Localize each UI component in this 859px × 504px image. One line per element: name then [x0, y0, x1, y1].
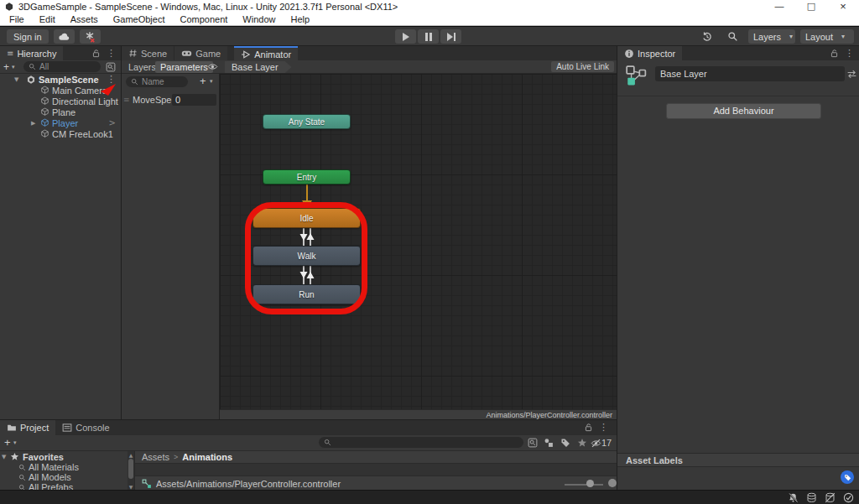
transition-arrows-walk-run[interactable] — [299, 266, 315, 284]
tab-inspector[interactable]: Inspector — [617, 46, 682, 60]
collab-button[interactable] — [80, 29, 101, 44]
kebab-menu-icon[interactable]: ⋮ — [845, 48, 854, 59]
zoom-slider-handle[interactable] — [586, 480, 594, 487]
parameters-toggle[interactable]: Parameters — [155, 61, 213, 73]
tab-console[interactable]: Console — [55, 420, 116, 435]
search-icon — [18, 474, 26, 481]
create-button[interactable]: + — [4, 436, 11, 449]
menu-item[interactable]: Edit — [32, 13, 63, 25]
auto-live-link-button[interactable]: Auto Live Link — [551, 61, 614, 72]
layers-dropdown[interactable]: Layers▾ — [748, 29, 795, 44]
pause-button[interactable] — [418, 29, 439, 44]
search-window-icon[interactable] — [528, 438, 538, 448]
state-node[interactable]: Run — [252, 284, 361, 304]
tab-animator[interactable]: Animator — [234, 46, 298, 60]
scroll-up-icon[interactable]: ▲ — [128, 452, 134, 458]
selected-asset-path: Assets/Animations/PlayerController.contr… — [156, 479, 341, 489]
lock-icon[interactable] — [584, 423, 593, 432]
state-node[interactable]: Any State — [263, 114, 351, 129]
cloud-button[interactable] — [54, 29, 75, 44]
search-button[interactable] — [722, 29, 743, 44]
search-window-icon[interactable] — [106, 62, 116, 72]
view-toggle-button[interactable] — [608, 479, 617, 487]
lock-icon[interactable] — [91, 49, 101, 58]
minimize-button[interactable]: — — [763, 0, 795, 13]
entry-transition-arrow[interactable] — [301, 183, 313, 210]
parameter-search-input[interactable]: Name — [126, 76, 188, 87]
sign-in-button[interactable]: Sign in — [7, 29, 49, 44]
project-content-pane: Assets > Animations Assets/Animations/Pl… — [134, 451, 617, 491]
hierarchy-item[interactable]: ▶ Player > — [0, 117, 122, 128]
menu-item[interactable]: File — [2, 13, 32, 25]
hierarchy-search-input[interactable]: All — [23, 61, 101, 72]
favorites-root[interactable]: ▼ Favorites — [0, 451, 128, 462]
state-node[interactable]: Walk — [252, 246, 361, 266]
asset-label-button[interactable] — [841, 470, 854, 484]
breadcrumb[interactable]: Base Layer — [225, 61, 292, 73]
remote-cache-disconnected-icon[interactable] — [825, 492, 836, 503]
tab-scene[interactable]: Scene — [122, 46, 174, 60]
transition-arrows-idle-walk[interactable] — [299, 228, 315, 246]
expander-icon[interactable]: ▼ — [14, 76, 18, 83]
parameter-row[interactable]: ≡ MoveSpe 0 — [122, 92, 220, 107]
project-favorite-item[interactable]: All Materials — [0, 462, 128, 472]
state-node-label: Entry — [297, 173, 316, 182]
tab-game[interactable]: Game — [174, 46, 227, 60]
expander-icon[interactable]: ▶ — [31, 120, 35, 127]
filter-by-label-icon[interactable] — [560, 438, 570, 448]
state-machine-canvas[interactable]: Any StateEntryIdleWalkRun — [220, 74, 617, 409]
project-favorite-item[interactable]: All Models — [0, 472, 128, 482]
project-search-input[interactable] — [319, 437, 523, 448]
drag-handle-icon[interactable]: ≡ — [123, 96, 130, 104]
project-status-row: Assets/Animations/PlayerController.contr… — [135, 475, 617, 491]
tab-project[interactable]: Project — [0, 420, 55, 435]
eye-icon[interactable] — [207, 61, 218, 72]
add-behaviour-button[interactable]: Add Behaviour — [666, 103, 821, 119]
hierarchy-item[interactable]: Plane — [0, 107, 122, 117]
hierarchy-panel: ≡ Hierarchy ⋮ + ▾ All ▼ SampleScene ⋮ Ma… — [0, 46, 122, 419]
hierarchy-item[interactable]: CM FreeLook1 — [0, 128, 122, 139]
create-button[interactable]: + — [3, 61, 9, 73]
close-button[interactable]: × — [827, 0, 859, 13]
undo-history-button[interactable] — [696, 29, 717, 44]
lock-icon[interactable] — [830, 49, 839, 58]
breadcrumb-root[interactable]: Assets — [142, 452, 169, 462]
hierarchy-item[interactable]: Directional Light — [0, 96, 122, 107]
scroll-down-icon[interactable]: ▼ — [128, 484, 134, 490]
scrollbar-thumb[interactable] — [128, 459, 133, 479]
maximize-button[interactable]: □ — [795, 0, 827, 13]
menu-item[interactable]: Window — [235, 13, 283, 25]
caret-down-icon[interactable]: ▾ — [13, 439, 17, 446]
add-parameter-button[interactable]: + — [200, 75, 206, 87]
hierarchy-toolbar: + ▾ All — [0, 60, 121, 74]
cache-server-icon[interactable] — [806, 492, 817, 503]
state-node[interactable]: Idle — [252, 208, 361, 228]
project-scrollbar[interactable]: ▲ ▼ — [128, 451, 134, 491]
tag-icon — [844, 474, 851, 481]
menu-item[interactable]: Assets — [63, 13, 106, 25]
menu-item[interactable]: Help — [283, 13, 317, 25]
kebab-menu-icon[interactable]: ⋮ — [107, 48, 116, 59]
play-button[interactable] — [395, 29, 416, 44]
breadcrumb-current[interactable]: Animations — [182, 452, 232, 462]
caret-down-icon[interactable]: ▾ — [12, 64, 15, 70]
favorites-filter-icon[interactable] — [577, 438, 587, 448]
chevron-right-icon[interactable]: > — [109, 118, 116, 127]
menu-item[interactable]: GameObject — [106, 13, 173, 25]
tab-hierarchy[interactable]: ≡ Hierarchy — [0, 46, 63, 60]
step-button[interactable] — [440, 29, 461, 44]
zoom-slider[interactable] — [565, 484, 603, 486]
kebab-menu-icon[interactable]: ⋮ — [856, 68, 859, 79]
expander-icon[interactable]: ▼ — [2, 454, 6, 460]
kebab-menu-icon[interactable]: ⋮ — [599, 422, 608, 433]
filter-by-type-icon[interactable] — [544, 438, 554, 448]
layer-name-field[interactable]: Base Layer — [655, 66, 845, 81]
caret-down-icon[interactable]: ▾ — [210, 78, 213, 85]
notifications-muted-icon[interactable] — [788, 492, 799, 503]
layout-dropdown[interactable]: Layout▾ — [800, 29, 854, 44]
progress-status-icon[interactable] — [843, 492, 854, 503]
parameter-value-field[interactable]: 0 — [172, 94, 216, 106]
state-node[interactable]: Entry — [263, 169, 351, 184]
menu-item[interactable]: Component — [172, 13, 235, 25]
hidden-items-icon[interactable] — [591, 438, 601, 449]
